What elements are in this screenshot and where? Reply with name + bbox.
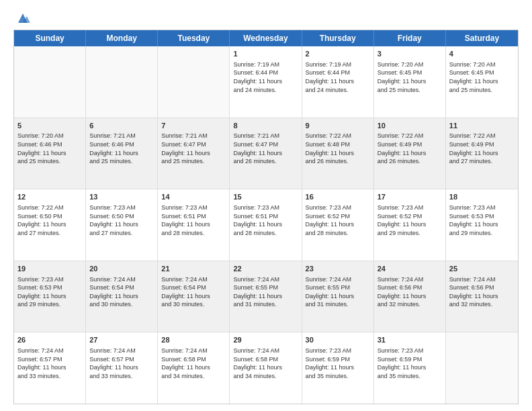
calendar-cell: 11Sunrise: 7:22 AM Sunset: 6:49 PM Dayli… bbox=[446, 118, 518, 189]
day-number: 9 bbox=[306, 121, 370, 131]
header-day-sunday: Sunday bbox=[14, 30, 86, 46]
calendar-cell: 31Sunrise: 7:23 AM Sunset: 6:59 PM Dayli… bbox=[374, 332, 446, 404]
cell-info: Sunrise: 7:21 AM Sunset: 6:47 PM Dayligh… bbox=[233, 132, 298, 165]
day-number: 7 bbox=[161, 121, 226, 131]
cell-info: Sunrise: 7:22 AM Sunset: 6:50 PM Dayligh… bbox=[17, 203, 82, 237]
day-number: 24 bbox=[378, 264, 442, 274]
calendar-cell bbox=[14, 46, 86, 118]
cell-info: Sunrise: 7:23 AM Sunset: 6:51 PM Dayligh… bbox=[233, 203, 298, 237]
day-number: 30 bbox=[306, 335, 370, 345]
calendar-cell: 8Sunrise: 7:21 AM Sunset: 6:47 PM Daylig… bbox=[230, 118, 302, 189]
cell-info: Sunrise: 7:23 AM Sunset: 6:52 PM Dayligh… bbox=[306, 203, 370, 237]
calendar-cell: 5Sunrise: 7:20 AM Sunset: 6:46 PM Daylig… bbox=[14, 118, 86, 189]
calendar-cell bbox=[446, 332, 518, 404]
cell-info: Sunrise: 7:24 AM Sunset: 6:57 PM Dayligh… bbox=[17, 347, 82, 380]
calendar-cell: 19Sunrise: 7:23 AM Sunset: 6:53 PM Dayli… bbox=[14, 261, 86, 332]
calendar-row-0: 1Sunrise: 7:19 AM Sunset: 6:44 PM Daylig… bbox=[14, 46, 518, 118]
day-number: 28 bbox=[161, 335, 226, 345]
calendar-cell: 26Sunrise: 7:24 AM Sunset: 6:57 PM Dayli… bbox=[14, 332, 86, 404]
cell-info: Sunrise: 7:24 AM Sunset: 6:56 PM Dayligh… bbox=[378, 275, 442, 309]
cell-info: Sunrise: 7:24 AM Sunset: 6:55 PM Dayligh… bbox=[233, 275, 298, 309]
cell-info: Sunrise: 7:23 AM Sunset: 6:50 PM Dayligh… bbox=[89, 203, 154, 237]
cell-info: Sunrise: 7:24 AM Sunset: 6:57 PM Dayligh… bbox=[89, 347, 154, 380]
day-number: 29 bbox=[233, 335, 298, 345]
cell-info: Sunrise: 7:22 AM Sunset: 6:49 PM Dayligh… bbox=[449, 132, 515, 165]
calendar-cell bbox=[158, 46, 230, 118]
day-number: 22 bbox=[233, 264, 298, 274]
cell-info: Sunrise: 7:24 AM Sunset: 6:55 PM Dayligh… bbox=[306, 275, 370, 309]
calendar-cell: 2Sunrise: 7:19 AM Sunset: 6:44 PM Daylig… bbox=[302, 46, 374, 118]
day-number: 6 bbox=[89, 121, 154, 131]
calendar-cell: 20Sunrise: 7:24 AM Sunset: 6:54 PM Dayli… bbox=[86, 261, 158, 332]
calendar-cell: 12Sunrise: 7:22 AM Sunset: 6:50 PM Dayli… bbox=[14, 189, 86, 261]
calendar-cell: 30Sunrise: 7:23 AM Sunset: 6:59 PM Dayli… bbox=[302, 332, 374, 404]
calendar-row-2: 12Sunrise: 7:22 AM Sunset: 6:50 PM Dayli… bbox=[14, 189, 518, 261]
calendar-cell: 28Sunrise: 7:24 AM Sunset: 6:58 PM Dayli… bbox=[158, 332, 230, 404]
header-day-tuesday: Tuesday bbox=[158, 30, 230, 46]
cell-info: Sunrise: 7:24 AM Sunset: 6:58 PM Dayligh… bbox=[161, 347, 226, 380]
cell-info: Sunrise: 7:22 AM Sunset: 6:48 PM Dayligh… bbox=[306, 132, 370, 165]
header-day-wednesday: Wednesday bbox=[230, 30, 302, 46]
day-number: 14 bbox=[161, 192, 226, 202]
day-number: 2 bbox=[306, 49, 370, 59]
calendar-cell: 27Sunrise: 7:24 AM Sunset: 6:57 PM Dayli… bbox=[86, 332, 158, 404]
calendar-body: 1Sunrise: 7:19 AM Sunset: 6:44 PM Daylig… bbox=[14, 46, 518, 404]
cell-info: Sunrise: 7:23 AM Sunset: 6:59 PM Dayligh… bbox=[306, 347, 370, 380]
cell-info: Sunrise: 7:23 AM Sunset: 6:51 PM Dayligh… bbox=[161, 203, 226, 237]
calendar-cell: 13Sunrise: 7:23 AM Sunset: 6:50 PM Dayli… bbox=[86, 189, 158, 261]
calendar-cell: 6Sunrise: 7:21 AM Sunset: 6:46 PM Daylig… bbox=[86, 118, 158, 189]
calendar-cell bbox=[86, 46, 158, 118]
day-number: 1 bbox=[233, 49, 298, 59]
calendar-cell: 29Sunrise: 7:24 AM Sunset: 6:58 PM Dayli… bbox=[230, 332, 302, 404]
day-number: 13 bbox=[89, 192, 154, 202]
page: SundayMondayTuesdayWednesdayThursdayFrid… bbox=[0, 0, 532, 411]
cell-info: Sunrise: 7:24 AM Sunset: 6:58 PM Dayligh… bbox=[233, 347, 298, 380]
logo-icon bbox=[15, 11, 30, 26]
day-number: 18 bbox=[449, 192, 515, 202]
header-day-friday: Friday bbox=[374, 30, 446, 46]
calendar-row-1: 5Sunrise: 7:20 AM Sunset: 6:46 PM Daylig… bbox=[14, 118, 518, 189]
day-number: 11 bbox=[449, 121, 515, 131]
day-number: 23 bbox=[306, 264, 370, 274]
calendar-cell: 1Sunrise: 7:19 AM Sunset: 6:44 PM Daylig… bbox=[230, 46, 302, 118]
day-number: 20 bbox=[89, 264, 154, 274]
cell-info: Sunrise: 7:24 AM Sunset: 6:54 PM Dayligh… bbox=[89, 275, 154, 309]
cell-info: Sunrise: 7:23 AM Sunset: 6:53 PM Dayligh… bbox=[449, 203, 515, 237]
day-number: 21 bbox=[161, 264, 226, 274]
day-number: 16 bbox=[306, 192, 370, 202]
calendar-cell: 17Sunrise: 7:23 AM Sunset: 6:52 PM Dayli… bbox=[374, 189, 446, 261]
cell-info: Sunrise: 7:20 AM Sunset: 6:45 PM Dayligh… bbox=[449, 60, 515, 94]
calendar-cell: 10Sunrise: 7:22 AM Sunset: 6:49 PM Dayli… bbox=[374, 118, 446, 189]
day-number: 25 bbox=[449, 264, 515, 274]
cell-info: Sunrise: 7:22 AM Sunset: 6:49 PM Dayligh… bbox=[378, 132, 442, 165]
day-number: 31 bbox=[378, 335, 442, 345]
day-number: 17 bbox=[378, 192, 442, 202]
cell-info: Sunrise: 7:20 AM Sunset: 6:45 PM Dayligh… bbox=[378, 60, 442, 94]
cell-info: Sunrise: 7:23 AM Sunset: 6:59 PM Dayligh… bbox=[378, 347, 442, 380]
day-number: 4 bbox=[449, 49, 515, 59]
cell-info: Sunrise: 7:19 AM Sunset: 6:44 PM Dayligh… bbox=[306, 60, 370, 94]
day-number: 10 bbox=[378, 121, 442, 131]
calendar-cell: 9Sunrise: 7:22 AM Sunset: 6:48 PM Daylig… bbox=[302, 118, 374, 189]
calendar-cell: 15Sunrise: 7:23 AM Sunset: 6:51 PM Dayli… bbox=[230, 189, 302, 261]
cell-info: Sunrise: 7:24 AM Sunset: 6:56 PM Dayligh… bbox=[449, 275, 515, 309]
day-number: 12 bbox=[17, 192, 82, 202]
calendar: SundayMondayTuesdayWednesdayThursdayFrid… bbox=[13, 30, 519, 404]
calendar-cell: 21Sunrise: 7:24 AM Sunset: 6:54 PM Dayli… bbox=[158, 261, 230, 332]
cell-info: Sunrise: 7:21 AM Sunset: 6:47 PM Dayligh… bbox=[161, 132, 226, 165]
header-day-thursday: Thursday bbox=[302, 30, 374, 46]
calendar-cell: 23Sunrise: 7:24 AM Sunset: 6:55 PM Dayli… bbox=[302, 261, 374, 332]
day-number: 27 bbox=[89, 335, 154, 345]
calendar-header: SundayMondayTuesdayWednesdayThursdayFrid… bbox=[14, 30, 518, 46]
calendar-cell: 7Sunrise: 7:21 AM Sunset: 6:47 PM Daylig… bbox=[158, 118, 230, 189]
logo bbox=[13, 11, 30, 23]
cell-info: Sunrise: 7:23 AM Sunset: 6:52 PM Dayligh… bbox=[378, 203, 442, 237]
cell-info: Sunrise: 7:19 AM Sunset: 6:44 PM Dayligh… bbox=[233, 60, 298, 94]
cell-info: Sunrise: 7:23 AM Sunset: 6:53 PM Dayligh… bbox=[17, 275, 82, 309]
calendar-cell: 14Sunrise: 7:23 AM Sunset: 6:51 PM Dayli… bbox=[158, 189, 230, 261]
calendar-cell: 3Sunrise: 7:20 AM Sunset: 6:45 PM Daylig… bbox=[374, 46, 446, 118]
calendar-cell: 16Sunrise: 7:23 AM Sunset: 6:52 PM Dayli… bbox=[302, 189, 374, 261]
calendar-cell: 4Sunrise: 7:20 AM Sunset: 6:45 PM Daylig… bbox=[446, 46, 518, 118]
calendar-cell: 24Sunrise: 7:24 AM Sunset: 6:56 PM Dayli… bbox=[374, 261, 446, 332]
cell-info: Sunrise: 7:24 AM Sunset: 6:54 PM Dayligh… bbox=[161, 275, 226, 309]
